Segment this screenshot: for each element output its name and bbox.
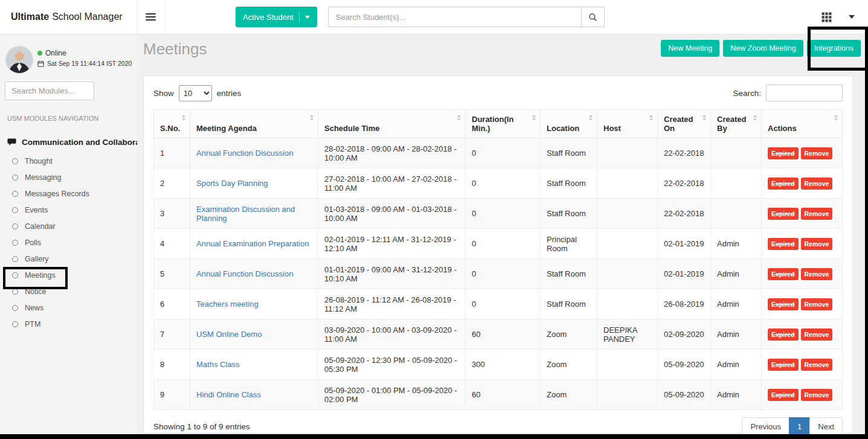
cell-duration: 0 — [466, 168, 541, 199]
sidebar-section-communication[interactable]: Communication and Collaboration — [7, 138, 137, 147]
meetings-table: S.No.Meeting AgendaSchedule TimeDuration… — [153, 109, 843, 410]
meeting-agenda-link[interactable]: Annual Examination Preparation — [196, 239, 309, 248]
remove-button[interactable]: Remove — [801, 147, 833, 159]
table-row: 2Sports Day Planning27-02-2018 - 10:00 A… — [154, 168, 843, 199]
sidebar-item-messages-records[interactable]: Messages Records — [0, 185, 137, 202]
circle-icon — [12, 175, 18, 181]
cell-duration: 0 — [466, 289, 541, 319]
sidebar-item-meetings[interactable]: Meetings — [0, 267, 137, 283]
column-header-host[interactable]: Host — [597, 110, 658, 138]
online-status-label: Online — [45, 49, 66, 57]
new-zoom-meeting-button[interactable]: New Zoom Meeting — [723, 40, 803, 57]
column-header-location[interactable]: Location — [541, 110, 597, 138]
expired-button[interactable]: Expired — [768, 389, 799, 401]
entries-select[interactable]: 10 — [179, 85, 212, 101]
table-row: 5Annual Function Discussion01-01-2019 - … — [154, 259, 843, 289]
meeting-agenda-link[interactable]: Maths Class — [196, 360, 240, 369]
remove-button[interactable]: Remove — [801, 178, 833, 190]
hamburger-menu-icon[interactable] — [137, 0, 165, 34]
column-header-duration-in-min[interactable]: Duration(In Min.) — [466, 110, 541, 138]
module-search-input[interactable] — [5, 82, 94, 100]
meeting-agenda-link[interactable]: Teachers meeting — [196, 300, 259, 309]
sidebar-item-messaging[interactable]: Messaging — [0, 169, 137, 185]
integrations-button[interactable]: Integrations — [807, 40, 861, 57]
sidebar-item-polls[interactable]: Polls — [0, 234, 137, 251]
meeting-agenda-link[interactable]: Annual Function Discussion — [196, 269, 293, 278]
student-search-input[interactable] — [328, 7, 582, 27]
circle-icon — [12, 191, 18, 197]
sidebar-item-notice[interactable]: Notice — [0, 283, 137, 300]
remove-button[interactable]: Remove — [801, 328, 833, 341]
pagination-page-1[interactable]: 1 — [789, 417, 810, 436]
column-header-s-no[interactable]: S.No. — [154, 110, 190, 138]
sidebar-item-calendar[interactable]: Calendar — [0, 218, 137, 234]
sidebar-item-label: Meetings — [25, 271, 56, 280]
cell-actions: ExpiredRemove — [762, 380, 843, 410]
student-search-button[interactable] — [582, 7, 605, 27]
column-header-meeting-agenda[interactable]: Meeting Agenda — [190, 110, 318, 138]
current-datetime: Sat Sep 19 11:44:14 IST 2020 — [47, 60, 132, 67]
apps-grid-icon[interactable] — [821, 12, 832, 22]
column-header-created-on[interactable]: Created On — [658, 110, 711, 138]
cell-schedule: 03-09-2020 - 10:00 AM - 03-09-2020 - 11:… — [318, 319, 466, 350]
meeting-agenda-link[interactable]: Sports Day Planning — [196, 179, 268, 188]
app-logo-rest: School Manager — [52, 11, 123, 22]
pagination-previous[interactable]: Previous — [742, 417, 789, 436]
sidebar-item-news[interactable]: News — [0, 300, 137, 316]
cell-sno: 1 — [154, 138, 190, 168]
expired-button[interactable]: Expired — [768, 208, 799, 220]
meeting-agenda-link[interactable]: Examination Discussion and Planning — [196, 205, 295, 223]
meeting-agenda-link[interactable]: USM Online Demo — [196, 330, 262, 339]
app-logo[interactable]: Ultimate School Manager — [0, 0, 137, 34]
cell-location: Principal Room — [541, 229, 597, 259]
meeting-agenda-link[interactable]: Annual Function Discussion — [196, 149, 293, 158]
expired-button[interactable]: Expired — [768, 268, 799, 280]
circle-icon — [12, 289, 18, 295]
column-header-created-by[interactable]: Created By — [711, 110, 762, 138]
table-row: 7USM Online Demo03-09-2020 - 10:00 AM - … — [154, 319, 843, 350]
remove-button[interactable]: Remove — [801, 208, 833, 220]
remove-button[interactable]: Remove — [801, 268, 833, 280]
column-header-schedule-time[interactable]: Schedule Time — [318, 110, 466, 138]
column-header-actions[interactable]: Actions — [762, 110, 843, 138]
screenshot-bottom-edge — [0, 434, 868, 439]
pagination-next[interactable]: Next — [809, 417, 843, 436]
remove-button[interactable]: Remove — [801, 238, 833, 250]
avatar[interactable] — [6, 46, 33, 73]
sidebar-item-thought[interactable]: Thought — [0, 153, 137, 169]
sidebar-item-ptm[interactable]: PTM — [0, 316, 137, 332]
new-meeting-button[interactable]: New Meeting — [661, 40, 719, 57]
cell-duration: 60 — [466, 319, 541, 350]
remove-button[interactable]: Remove — [801, 359, 833, 371]
expired-button[interactable]: Expired — [768, 238, 799, 250]
cell-duration: 300 — [466, 350, 541, 380]
remove-button[interactable]: Remove — [801, 298, 833, 310]
date-row: Sat Sep 19 11:44:14 IST 2020 — [37, 60, 137, 67]
column-header-label: Location — [547, 124, 579, 133]
expired-button[interactable]: Expired — [768, 359, 799, 371]
sidebar-item-gallery[interactable]: Gallery — [0, 251, 137, 267]
cell-actions: ExpiredRemove — [762, 138, 843, 168]
active-student-dropdown[interactable]: Active Student — [236, 7, 317, 27]
cell-created-on: 02-09-2020 — [658, 319, 711, 350]
remove-button[interactable]: Remove — [801, 389, 833, 401]
expired-button[interactable]: Expired — [768, 147, 799, 159]
user-menu-caret[interactable] — [849, 15, 855, 19]
expired-button[interactable]: Expired — [768, 328, 799, 341]
table-header-row: S.No.Meeting AgendaSchedule TimeDuration… — [154, 110, 843, 138]
expired-button[interactable]: Expired — [768, 298, 799, 310]
cell-location: Staff Room — [541, 259, 597, 289]
sidebar-item-label: Notice — [25, 287, 46, 296]
sort-icon — [834, 115, 838, 121]
circle-icon — [12, 240, 18, 246]
sidebar-item-events[interactable]: Events — [0, 202, 137, 218]
cell-created-on: 02-01-2019 — [658, 229, 711, 259]
meeting-agenda-link[interactable]: Hindi Online Class — [196, 390, 261, 399]
expired-button[interactable]: Expired — [768, 178, 799, 190]
cell-agenda: Annual Examination Preparation — [190, 229, 318, 259]
sidebar-nav: ThoughtMessagingMessages RecordsEventsCa… — [0, 153, 137, 332]
communication-icon — [7, 138, 16, 147]
meetings-card: Show 10 entries Search: S.No.Meeting Age… — [143, 75, 853, 434]
table-search-input[interactable] — [766, 85, 843, 101]
table-row: 9Hindi Online Class05-09-2020 - 01:00 PM… — [154, 380, 843, 410]
